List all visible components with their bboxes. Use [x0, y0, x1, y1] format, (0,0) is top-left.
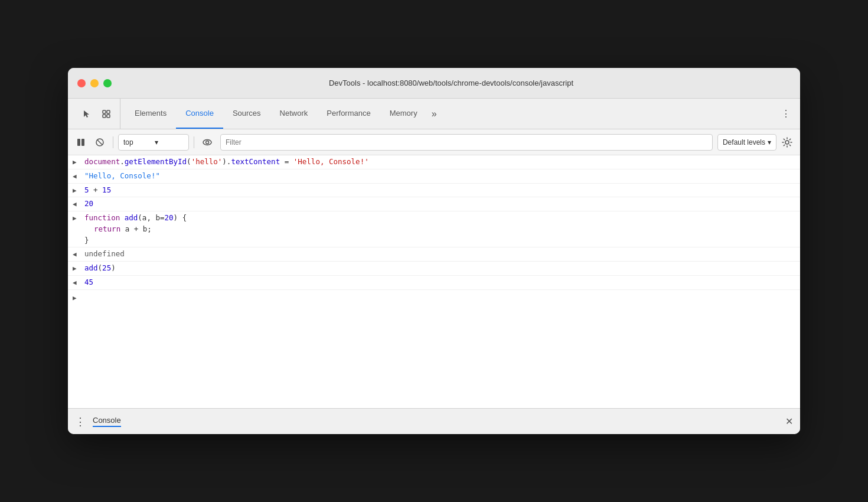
- window-title: DevTools - localhost:8080/web/tools/chro…: [112, 79, 791, 87]
- close-button[interactable]: [77, 79, 86, 87]
- title-bar: DevTools - localhost:8080/web/tools/chro…: [68, 68, 800, 99]
- tab-icon-group: [73, 99, 120, 129]
- svg-rect-0: [103, 110, 106, 113]
- output-undefined: undefined: [84, 249, 125, 258]
- svg-point-9: [206, 141, 209, 144]
- console-line-content-3: 5 + 15: [84, 185, 795, 196]
- dropdown-arrow-icon: ▾: [155, 138, 184, 146]
- toolbar-divider-1: [113, 136, 113, 148]
- console-input[interactable]: [84, 294, 795, 302]
- output-arrow-6: ◀: [73, 249, 84, 260]
- function-line-2: return a + b;: [84, 224, 795, 235]
- function-line-1: function add(a, b=20) {: [84, 213, 795, 224]
- tab-network[interactable]: Network: [270, 99, 318, 129]
- context-dropdown[interactable]: top ▾: [118, 134, 189, 151]
- output-arrow-2: ◀: [73, 171, 84, 182]
- console-line-content-1: document.getElementById('hello').textCon…: [84, 157, 795, 168]
- bottom-bar: ⋮ Console ✕: [68, 408, 800, 434]
- output-value-8: 45: [84, 278, 93, 286]
- tab-elements[interactable]: Elements: [125, 99, 176, 129]
- tabs-list: Elements Console Sources Network Perform…: [125, 99, 427, 129]
- keyword-document: document: [84, 157, 120, 166]
- console-line-content-7: add(25): [84, 263, 795, 274]
- console-line-content-5: function add(a, b=20) { return a + b; }: [84, 213, 795, 246]
- devtools-window: DevTools - localhost:8080/web/tools/chro…: [68, 68, 800, 434]
- svg-rect-3: [107, 115, 110, 118]
- input-arrow-active: ▶: [73, 292, 84, 304]
- console-line-content-2: "Hello, Console!": [84, 171, 795, 182]
- tab-console[interactable]: Console: [176, 99, 223, 129]
- bottom-close-button[interactable]: ✕: [785, 416, 793, 427]
- bottom-menu-icon[interactable]: ⋮: [75, 415, 86, 428]
- function-line-3: }: [84, 235, 795, 246]
- levels-arrow-icon: ▾: [768, 138, 771, 146]
- eye-icon[interactable]: [199, 134, 216, 151]
- console-line-6: ◀ undefined: [68, 247, 800, 262]
- output-arrow-4: ◀: [73, 198, 84, 210]
- keyword-getelementbyid: getElementById: [125, 157, 187, 166]
- num-15: 15: [102, 185, 111, 194]
- cursor-icon[interactable]: [77, 105, 95, 123]
- filter-input[interactable]: [220, 134, 713, 151]
- input-arrow-1: ▶: [73, 157, 84, 168]
- string-hello-console: 'Hello, Console!': [293, 157, 369, 166]
- console-line-1: ▶ document.getElementById('hello').textC…: [68, 155, 800, 169]
- clear-button[interactable]: [92, 134, 108, 151]
- console-line-content-4: 20: [84, 198, 795, 210]
- tab-sources[interactable]: Sources: [223, 99, 270, 129]
- console-line-7: ▶ add(25): [68, 262, 800, 276]
- output-value-4: 20: [84, 199, 93, 208]
- svg-rect-2: [103, 115, 106, 118]
- console-input-line: ▶: [68, 290, 800, 307]
- input-arrow-5: ▶: [73, 213, 84, 224]
- tab-performance[interactable]: Performance: [317, 99, 380, 129]
- keyword-add: add: [84, 263, 98, 272]
- console-line-4: ◀ 20: [68, 197, 800, 211]
- console-line-content-6: undefined: [84, 249, 795, 260]
- console-line-8: ◀ 45: [68, 276, 800, 290]
- string-hello: 'hello': [191, 157, 223, 166]
- keyword-textcontent: textContent: [231, 157, 280, 166]
- default-levels-button[interactable]: Default levels ▾: [717, 134, 776, 151]
- console-line-content-8: 45: [84, 277, 795, 288]
- tabs-bar: Elements Console Sources Network Perform…: [68, 99, 800, 129]
- console-line-3: ▶ 5 + 15: [68, 184, 800, 198]
- console-line-5: ▶ function add(a, b=20) { return a + b; …: [68, 211, 800, 247]
- bottom-console-tab[interactable]: Console: [93, 416, 121, 427]
- svg-rect-5: [81, 139, 84, 146]
- execute-button[interactable]: [73, 134, 89, 151]
- console-toolbar: top ▾ Default levels ▾: [68, 129, 800, 155]
- input-arrow-7: ▶: [73, 263, 84, 274]
- maximize-button[interactable]: [103, 79, 112, 87]
- input-arrow-3: ▶: [73, 185, 84, 196]
- num-5: 5: [84, 185, 89, 194]
- settings-button[interactable]: [779, 134, 795, 151]
- output-value-2: "Hello, Console!": [84, 171, 160, 180]
- tabs-menu-button[interactable]: ⋮: [776, 108, 795, 119]
- minimize-button[interactable]: [90, 79, 99, 87]
- output-arrow-8: ◀: [73, 277, 84, 288]
- traffic-lights: [77, 79, 112, 87]
- num-25: 25: [102, 263, 111, 272]
- tab-memory[interactable]: Memory: [380, 99, 427, 129]
- svg-rect-4: [77, 139, 80, 146]
- svg-line-7: [97, 140, 102, 145]
- console-output[interactable]: ▶ document.getElementById('hello').textC…: [68, 155, 800, 408]
- console-line-2: ◀ "Hello, Console!": [68, 169, 800, 184]
- tabs-more-button[interactable]: »: [427, 109, 442, 119]
- svg-point-10: [785, 141, 789, 144]
- toolbar-divider-2: [194, 136, 194, 148]
- svg-rect-1: [107, 110, 110, 113]
- inspect-icon[interactable]: [97, 105, 115, 123]
